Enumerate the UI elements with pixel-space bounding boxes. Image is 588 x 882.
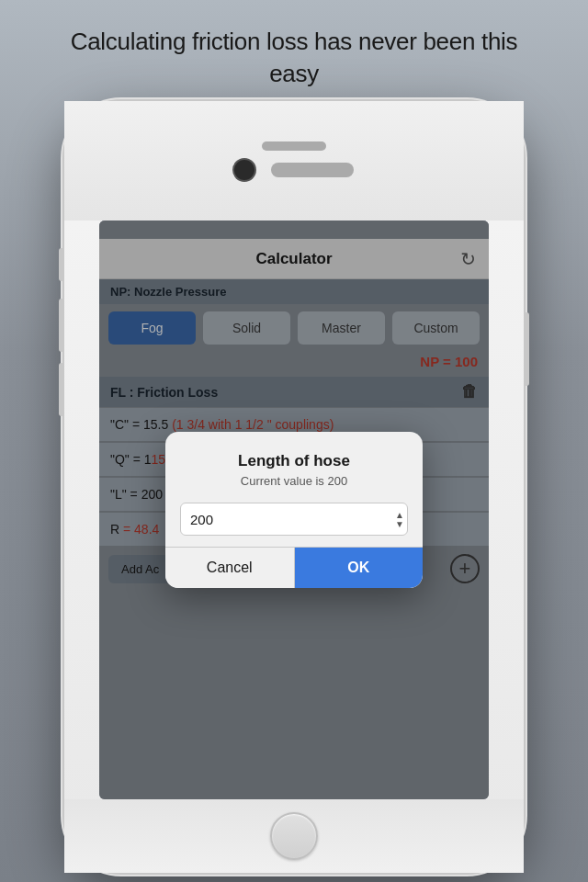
dialog-title: Length of hose — [184, 452, 404, 470]
cancel-button[interactable]: Cancel — [165, 548, 295, 588]
mute-button — [59, 248, 64, 281]
camera-row — [234, 160, 354, 180]
dialog-actions: Cancel OK — [165, 547, 423, 588]
bottom-bezel — [64, 799, 524, 873]
earpiece — [271, 163, 354, 177]
app-screen: Calculator ↺ NP: Nozzle Pressure Fog Sol… — [99, 220, 489, 799]
volume-down-button — [59, 363, 64, 416]
dialog-input[interactable] — [180, 503, 408, 536]
top-bezel — [64, 101, 524, 220]
dialog-subtitle: Current value is 200 — [184, 474, 404, 488]
phone-screen: Calculator ↺ NP: Nozzle Pressure Fog Sol… — [99, 220, 489, 799]
home-button[interactable] — [270, 812, 318, 860]
ok-button[interactable]: OK — [295, 548, 424, 588]
dialog-box: Length of hose Current value is 200 ▲ ▼ … — [165, 432, 423, 588]
dialog-stepper[interactable]: ▲ ▼ — [395, 511, 404, 529]
dialog-input-wrap: ▲ ▼ — [165, 493, 423, 547]
speaker-slot — [262, 141, 326, 151]
front-camera — [234, 160, 254, 180]
dialog-header: Length of hose Current value is 200 — [165, 432, 423, 493]
tagline: Calculating friction loss has never been… — [0, 0, 588, 107]
volume-up-button — [59, 299, 64, 352]
phone-shell: Calculator ↺ NP: Nozzle Pressure Fog Sol… — [64, 101, 524, 873]
power-button — [524, 312, 529, 386]
dialog-overlay: Length of hose Current value is 200 ▲ ▼ … — [99, 220, 489, 799]
